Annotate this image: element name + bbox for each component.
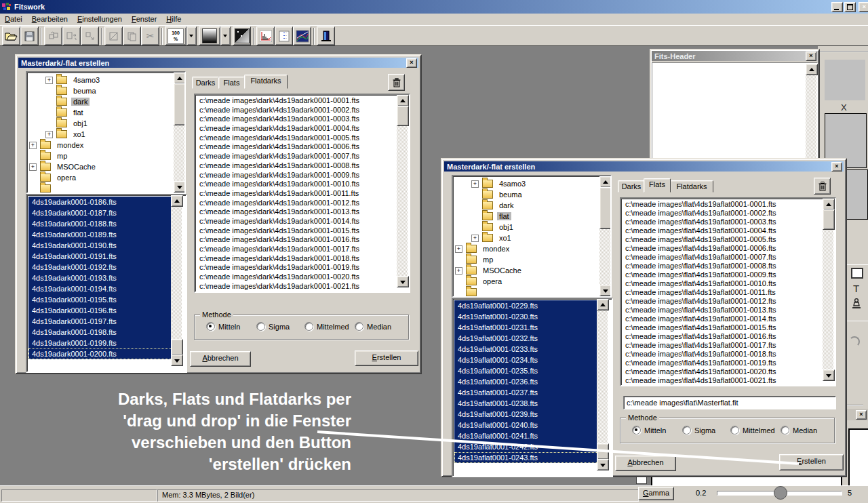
menu-item[interactable]: Datei	[0, 14, 27, 24]
rectangle-tool-icon[interactable]	[851, 268, 863, 279]
file-list-item[interactable]: c:\meade images\dark\4ds19adark0001-0006…	[195, 142, 409, 152]
selected-file-item[interactable]: 4ds19aflat0001-0241.fts	[454, 430, 598, 441]
zoom-dropdown-button[interactable]	[186, 26, 197, 45]
scroll-up-button[interactable]	[397, 95, 409, 106]
text-tool-icon[interactable]: T	[853, 283, 859, 294]
exit-button[interactable]	[317, 26, 335, 45]
tree-item-label[interactable]: mondex	[481, 245, 511, 253]
selected-file-item[interactable]: 4ds19aflat0001-0242.fts	[454, 441, 598, 452]
file-list-item[interactable]: c:\meade images\flat\4ds19aflat0001-0021…	[621, 376, 835, 385]
file-list-item[interactable]: c:\meade images\flat\4ds19aflat0001-0006…	[621, 244, 835, 253]
fits-header-close-button[interactable]: ×	[806, 52, 816, 61]
scroll-up-button[interactable]	[823, 199, 835, 210]
tree-item-flat[interactable]: flat	[27, 107, 184, 118]
selected-files-list[interactable]: 4ds19aflat0001-0229.fts4ds19aflat0001-02…	[452, 298, 613, 477]
file-list-item[interactable]: c:\meade images\flat\4ds19aflat0001-0020…	[621, 367, 835, 376]
radio-median[interactable]: Median	[355, 322, 391, 331]
selected-file-item[interactable]: 4ds19adark0001-0192.fts	[28, 262, 172, 273]
selected-file-item[interactable]: 4ds19aflat0001-0230.fts	[454, 311, 598, 322]
file-list-item[interactable]: c:\meade images\dark\4ds19adark0001-0020…	[195, 273, 409, 282]
file-list-item[interactable]: c:\meade images\flat\4ds19aflat0001-0001…	[621, 200, 835, 209]
scroll-down-button[interactable]	[599, 285, 612, 296]
radio-mitteln[interactable]: Mitteln	[632, 426, 666, 435]
radio-mitteln[interactable]: Mitteln	[206, 322, 240, 331]
curves-button[interactable]	[293, 26, 311, 45]
tree-item-label[interactable]: dark	[71, 98, 90, 106]
flatdarks-file-list[interactable]: c:\meade images\dark\4ds19adark0001-0001…	[194, 94, 410, 293]
selected-file-item[interactable]: 4ds19adark0001-0186.fts	[28, 197, 172, 207]
tree-scrollbar[interactable]	[599, 176, 610, 296]
selected-files-list[interactable]: 4ds19adark0001-0186.fts4ds19adark0001-01…	[26, 194, 187, 373]
selected-file-item[interactable]: 4ds19adark0001-0199.fts	[28, 338, 172, 348]
tab-flats[interactable]: Flats	[644, 178, 671, 193]
create-button[interactable]: Erstellen	[355, 350, 418, 366]
file-list-item[interactable]: c:\meade images\flat\4ds19aflat0001-0009…	[621, 270, 835, 279]
radio-sigma[interactable]: Sigma	[256, 322, 290, 331]
selected-list-scrollbar[interactable]	[171, 195, 182, 366]
tile-windows-button[interactable]	[62, 26, 81, 45]
copy-button[interactable]	[123, 26, 141, 45]
dialog-close-button[interactable]: ×	[406, 58, 417, 68]
tree-item-MSOCache[interactable]: +MSOCache	[453, 265, 610, 276]
expand-icon[interactable]: +	[29, 142, 37, 149]
radio-mittelmed[interactable]: Mittelmed	[304, 322, 349, 331]
close-button[interactable]: ×	[859, 2, 868, 12]
tree-item-label[interactable]: MSOCache	[55, 163, 98, 171]
tree-item-opera[interactable]: opera	[27, 172, 184, 183]
tree-item-dark[interactable]: dark	[27, 96, 184, 107]
scroll-up-button[interactable]	[174, 73, 186, 84]
scrollbar-thumb[interactable]	[174, 83, 186, 125]
expand-icon[interactable]: +	[45, 131, 53, 138]
file-list-item[interactable]: c:\meade images\flat\4ds19aflat0001-0010…	[621, 279, 835, 288]
tree-item-label[interactable]: flat	[497, 212, 511, 220]
maximize-button[interactable]	[844, 2, 856, 12]
selected-file-item[interactable]: 4ds19adark0001-0194.fts	[28, 283, 172, 294]
tree-item-beuma[interactable]: beuma	[453, 189, 610, 200]
dialog-close-button[interactable]: ×	[831, 162, 842, 172]
mini-slider-line[interactable]	[846, 405, 863, 406]
folder-tree[interactable]: +4samo3beumadarkflatobj1+xo1+mondexmp+MS…	[26, 71, 186, 194]
selected-file-item[interactable]: 4ds19aflat0001-0232.fts	[454, 333, 598, 344]
image-frame-button[interactable]	[104, 26, 123, 45]
tree-item-label[interactable]: obj1	[71, 119, 90, 127]
scroll-down-button[interactable]	[174, 181, 186, 193]
selected-file-item[interactable]: 4ds19adark0001-0188.fts	[28, 218, 172, 229]
file-list-item[interactable]: c:\meade images\dark\4ds19adark0001-0013…	[195, 207, 409, 217]
cancel-button[interactable]: Abbrechen	[615, 456, 676, 471]
file-list-item[interactable]: c:\meade images\flat\4ds19aflat0001-0016…	[621, 332, 835, 341]
file-list-item[interactable]: c:\meade images\dark\4ds19adark0001-0019…	[195, 263, 409, 273]
file-list-item[interactable]: c:\meade images\flat\4ds19aflat0001-0012…	[621, 297, 835, 306]
file-list-item[interactable]: c:\meade images\dark\4ds19adark0001-0021…	[195, 282, 409, 291]
tree-item-label[interactable]: mp	[481, 256, 495, 264]
scroll-up-button[interactable]	[806, 64, 818, 75]
open-file-button[interactable]	[2, 26, 20, 45]
file-list-item[interactable]: c:\meade images\dark\4ds19adark0001-0011…	[195, 189, 409, 199]
selected-file-item[interactable]: 4ds19aflat0001-0235.fts	[454, 365, 598, 376]
tree-item-xo1[interactable]: +xo1	[27, 129, 184, 140]
gamma-button[interactable]: Gamma	[638, 487, 674, 500]
selected-file-item[interactable]: 4ds19adark0001-0191.fts	[28, 251, 172, 262]
file-list-item[interactable]: c:\meade images\dark\4ds19adark0001-0001…	[195, 96, 409, 106]
tree-item-xo1[interactable]: +xo1	[453, 233, 610, 243]
file-list-item[interactable]: c:\meade images\flat\4ds19aflat0001-0004…	[621, 226, 835, 235]
expand-icon[interactable]: +	[455, 245, 462, 253]
selected-file-item[interactable]: 4ds19aflat0001-0238.fts	[454, 398, 598, 409]
tree-item-label[interactable]: opera	[55, 174, 78, 182]
file-list-item[interactable]: c:\meade images\flat\4ds19aflat0001-0018…	[621, 350, 835, 359]
zoom-level-button[interactable]: 100%	[165, 26, 186, 45]
file-list-item[interactable]: c:\meade images\flat\4ds19aflat0001-0003…	[621, 218, 835, 226]
file-list-item[interactable]: c:\meade images\flat\4ds19aflat0001-0008…	[621, 262, 835, 270]
tab-darks[interactable]: Darks	[618, 180, 645, 193]
save-button[interactable]	[20, 26, 39, 45]
tree-item-label[interactable]: 4samo3	[497, 180, 528, 188]
gradient-dropdown-button[interactable]	[220, 26, 231, 45]
scroll-down-button[interactable]	[171, 355, 183, 366]
menu-item[interactable]: Einstellungen	[73, 14, 127, 24]
scroll-down-button[interactable]	[397, 276, 409, 287]
tab-flatdarks[interactable]: Flatdarks	[244, 75, 288, 89]
tab-flats[interactable]: Flats	[218, 77, 245, 89]
clear-list-button[interactable]	[388, 74, 405, 91]
menu-item[interactable]: Hilfe	[161, 14, 186, 24]
tree-item[interactable]	[27, 183, 184, 194]
tree-item-label[interactable]: beuma	[497, 190, 524, 199]
